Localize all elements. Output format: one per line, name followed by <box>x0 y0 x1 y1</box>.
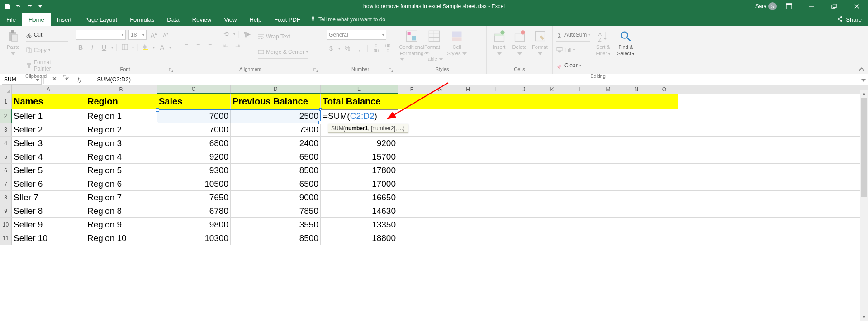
cell[interactable] <box>426 191 454 204</box>
sort-filter-button[interactable]: AZ Sort & Filter ▾ <box>593 28 613 56</box>
cell[interactable]: Region 2 <box>85 123 157 136</box>
cell[interactable] <box>594 204 622 217</box>
cell[interactable] <box>622 231 650 245</box>
col-header-E[interactable]: E <box>321 85 398 94</box>
cell[interactable] <box>510 109 538 123</box>
dialog-launcher-icon[interactable] <box>389 68 393 72</box>
user-name[interactable]: Sara <box>755 3 767 9</box>
cell[interactable] <box>622 191 650 204</box>
cell[interactable] <box>398 150 426 163</box>
col-header-M[interactable]: M <box>594 85 622 94</box>
maximize-icon[interactable] <box>824 0 844 13</box>
scroll-up-icon[interactable]: ▲ <box>860 90 868 98</box>
cell[interactable] <box>566 94 594 109</box>
decrease-font-icon[interactable]: A▾ <box>161 32 170 38</box>
cell[interactable]: 6800 <box>157 137 231 150</box>
autosum-button[interactable]: ∑ AutoSum ▾ <box>556 28 590 42</box>
cell[interactable] <box>454 137 482 150</box>
align-middle-icon[interactable]: ≡ <box>194 30 203 38</box>
cell[interactable] <box>566 164 594 177</box>
tab-help[interactable]: Help <box>243 13 268 26</box>
select-all-triangle[interactable] <box>0 85 12 94</box>
row-header[interactable]: 6 <box>0 164 12 177</box>
qat-customize-icon[interactable] <box>35 1 45 11</box>
cell[interactable] <box>398 177 426 190</box>
cell[interactable] <box>482 177 510 190</box>
cell[interactable]: 3550 <box>231 218 321 231</box>
cell[interactable] <box>482 109 510 123</box>
tab-data[interactable]: Data <box>161 13 185 26</box>
cell[interactable] <box>622 164 650 177</box>
cell[interactable] <box>538 164 566 177</box>
col-header-C[interactable]: C <box>157 85 231 94</box>
cell[interactable] <box>398 204 426 217</box>
cell[interactable]: Sales <box>157 94 231 109</box>
cell[interactable] <box>482 218 510 231</box>
cell[interactable] <box>650 137 678 150</box>
cell[interactable] <box>650 218 678 231</box>
cell[interactable] <box>538 218 566 231</box>
increase-decimal-icon[interactable]: .0.00 <box>371 43 380 53</box>
tab-review[interactable]: Review <box>186 13 218 26</box>
cell[interactable] <box>566 204 594 217</box>
cell[interactable] <box>622 177 650 190</box>
conditional-formatting-button[interactable]: Conditional Formatting <box>402 28 422 61</box>
cell[interactable]: 9200 <box>321 137 398 150</box>
cell[interactable]: 7650 <box>157 191 231 204</box>
row-header[interactable]: 2 <box>0 109 12 123</box>
format-painter-button[interactable]: Format Painter <box>26 59 68 72</box>
cell[interactable] <box>650 150 678 163</box>
cell[interactable]: SIler 7 <box>12 191 85 204</box>
undo-icon[interactable] <box>14 1 24 11</box>
minimize-icon[interactable] <box>801 0 822 13</box>
align-center-icon[interactable]: ≡ <box>194 42 203 49</box>
cell[interactable]: Region 8 <box>85 204 157 217</box>
format-cells-button[interactable]: Format <box>531 28 549 56</box>
cell[interactable] <box>426 109 454 123</box>
cell[interactable] <box>622 123 650 136</box>
cell[interactable] <box>454 94 482 109</box>
cell[interactable]: 9800 <box>157 218 231 231</box>
row-header[interactable]: 3 <box>0 123 12 136</box>
cell[interactable] <box>622 109 650 123</box>
increase-indent-icon[interactable]: ⇥ <box>233 42 242 49</box>
align-left-icon[interactable]: ≡ <box>182 42 191 49</box>
tab-foxit-pdf[interactable]: Foxit PDF <box>268 13 307 26</box>
expand-formula-bar-icon[interactable] <box>859 76 868 84</box>
align-top-icon[interactable]: ≡ <box>182 30 191 38</box>
cell[interactable] <box>510 218 538 231</box>
cell[interactable] <box>622 94 650 109</box>
borders-icon[interactable] <box>120 44 129 52</box>
cell[interactable] <box>482 94 510 109</box>
cell[interactable] <box>454 204 482 217</box>
cell[interactable] <box>538 137 566 150</box>
cell[interactable] <box>538 177 566 190</box>
cell[interactable] <box>454 218 482 231</box>
align-bottom-icon[interactable]: ≡ <box>205 30 214 38</box>
cell[interactable] <box>622 204 650 217</box>
cell[interactable] <box>398 218 426 231</box>
save-icon[interactable] <box>3 1 13 11</box>
cell[interactable] <box>566 109 594 123</box>
cell[interactable]: Seller 4 <box>12 150 85 163</box>
cell[interactable]: 7850 <box>231 204 321 217</box>
comma-button[interactable]: , <box>355 45 364 52</box>
cell[interactable] <box>454 123 482 136</box>
cell[interactable]: Region 1 <box>85 109 157 123</box>
cell[interactable] <box>510 94 538 109</box>
cell[interactable] <box>650 164 678 177</box>
row-header[interactable]: 4 <box>0 137 12 150</box>
cell[interactable] <box>482 204 510 217</box>
cell[interactable] <box>398 137 426 150</box>
fill-button[interactable]: Fill ▾ <box>556 43 590 57</box>
cell[interactable]: 14630 <box>321 204 398 217</box>
col-header-O[interactable]: O <box>650 85 678 94</box>
percent-button[interactable]: % <box>343 45 352 52</box>
paste-button[interactable]: Paste <box>4 28 23 56</box>
cell[interactable]: 8500 <box>231 164 321 177</box>
cell[interactable] <box>650 191 678 204</box>
dialog-launcher-icon[interactable] <box>63 75 67 79</box>
cell[interactable]: Region 4 <box>85 150 157 163</box>
wrap-text-button[interactable]: Wrap Text <box>258 30 308 43</box>
find-select-button[interactable]: Find & Select ▾ <box>616 28 636 56</box>
